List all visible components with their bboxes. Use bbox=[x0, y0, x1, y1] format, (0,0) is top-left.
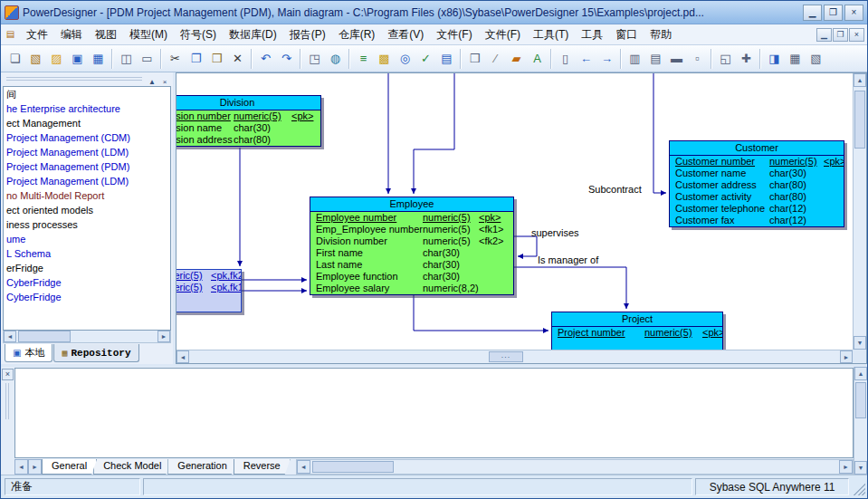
tree-item-1[interactable]: he Enterprise architecture bbox=[4, 101, 170, 116]
tree-item-10[interactable]: ume bbox=[4, 232, 170, 246]
diagram-viewport[interactable]: DivisionDivision numbernumeric(5)<pk>Div… bbox=[176, 73, 853, 350]
scroll-thumb[interactable]: ∙∙∙ bbox=[489, 351, 523, 362]
scroll-left-button[interactable]: ◄ bbox=[297, 460, 310, 474]
menu-item-5[interactable]: 数据库(D) bbox=[223, 24, 283, 45]
table-customer[interactable]: CustomerCustomer numbernumeric(5)<pk>Cus… bbox=[669, 140, 844, 227]
menu-item-6[interactable]: 报告(P) bbox=[283, 24, 332, 45]
relationship-label-is-manager-of[interactable]: Is manager of bbox=[538, 254, 598, 265]
maximize-button[interactable]: ❐ bbox=[824, 5, 843, 21]
print-button[interactable]: ▭ bbox=[137, 49, 157, 69]
copy-button[interactable]: ❐ bbox=[186, 49, 206, 69]
table-employee[interactable]: EmployeeEmployee numbernumeric(5)<pk>Emp… bbox=[310, 197, 514, 295]
tabs-scroll-left-button[interactable]: ◄ bbox=[14, 459, 28, 475]
menu-item-7[interactable]: 仓库(R) bbox=[332, 24, 382, 45]
scroll-thumb[interactable] bbox=[855, 382, 866, 418]
table-project[interactable]: ProjectProject numbernumeric(5)<pk> bbox=[551, 312, 723, 350]
diagram-vscrollbar[interactable]: ▲ ▼ bbox=[853, 73, 866, 350]
new-button[interactable]: ❏ bbox=[5, 49, 25, 69]
save-all-button[interactable]: ▦ bbox=[88, 49, 109, 69]
scroll-left-button[interactable]: ◄ bbox=[176, 350, 189, 363]
tile-windows-button[interactable]: ▦ bbox=[785, 49, 806, 69]
tree-item-0[interactable]: 间 bbox=[4, 87, 170, 101]
check-model-button[interactable]: ✓ bbox=[415, 49, 436, 69]
find-objects-button[interactable]: ◎ bbox=[395, 49, 415, 69]
show-symbols-button[interactable]: ◨ bbox=[764, 49, 785, 69]
browser-toggle-button[interactable]: ▥ bbox=[625, 49, 645, 69]
relationship-label-supervises[interactable]: supervises bbox=[531, 227, 579, 238]
output-tab-reverse[interactable]: Reverse bbox=[234, 459, 291, 475]
paste-button[interactable]: ❒ bbox=[206, 49, 227, 69]
previous-diagram-button[interactable]: ← bbox=[576, 49, 596, 69]
open-button[interactable]: ▨ bbox=[46, 49, 67, 69]
tree-item-8[interactable]: ect oriented models bbox=[4, 203, 170, 217]
generate-database-button[interactable]: ❒ bbox=[464, 49, 485, 69]
mdi-minimize-button[interactable]: ▁ bbox=[816, 28, 832, 42]
delete-button[interactable]: ✕ bbox=[227, 49, 248, 69]
scroll-thumb[interactable] bbox=[18, 331, 71, 342]
tabs-scroll-right-button[interactable]: ► bbox=[28, 459, 42, 475]
insert-model-button[interactable]: ◳ bbox=[304, 49, 325, 69]
pan-button[interactable]: ✚ bbox=[736, 49, 757, 69]
tree-item-5[interactable]: Project Management (PDM) bbox=[4, 159, 170, 174]
tree-item-12[interactable]: erFridge bbox=[4, 261, 170, 275]
browser-hscrollbar[interactable]: ◄ ► bbox=[3, 331, 171, 343]
diagram-hscrollbar[interactable]: ◄ ∙∙∙ ► bbox=[176, 350, 853, 363]
tree-item-6[interactable]: Project Management (LDM) bbox=[4, 174, 170, 188]
output-toggle-button[interactable]: ▬ bbox=[666, 49, 687, 69]
tree-item-3[interactable]: Project Management (CDM) bbox=[4, 130, 170, 145]
redo-button[interactable]: ↷ bbox=[276, 49, 297, 69]
tree-item-2[interactable]: ect Management bbox=[4, 116, 170, 130]
scroll-thumb[interactable] bbox=[854, 91, 865, 149]
menu-item-9[interactable]: 文件(F) bbox=[430, 24, 478, 45]
output-tab-generation[interactable]: Generation bbox=[167, 459, 236, 475]
tree-item-14[interactable]: CyberFridge bbox=[4, 290, 170, 304]
tree-item-11[interactable]: L Schema bbox=[4, 246, 170, 261]
resize-grip[interactable] bbox=[852, 478, 865, 495]
palette-toggle-button[interactable]: ▫ bbox=[687, 49, 708, 69]
tree-item-13[interactable]: CyberFridge bbox=[4, 275, 170, 290]
brush-tool-button[interactable]: ▰ bbox=[506, 49, 527, 69]
cut-button[interactable]: ✂ bbox=[165, 49, 186, 69]
relationship-label-subcontract[interactable]: Subcontract bbox=[588, 184, 642, 195]
cascade-windows-button[interactable]: ▧ bbox=[806, 49, 826, 69]
menu-item-10[interactable]: 文件(F) bbox=[479, 24, 527, 45]
menu-item-14[interactable]: 帮助 bbox=[644, 24, 678, 45]
tree-item-7[interactable]: no Multi-Model Report bbox=[4, 188, 170, 203]
browser-tab-local[interactable]: ▣本地 bbox=[5, 344, 52, 362]
menu-item-2[interactable]: 视图 bbox=[89, 24, 123, 45]
mdi-close-button[interactable]: × bbox=[849, 28, 864, 42]
output-hscrollbar[interactable]: ◄ ► bbox=[296, 459, 854, 475]
add-object-button[interactable]: ▩ bbox=[374, 49, 395, 69]
table-division[interactable]: DivisionDivision numbernumeric(5)<pk>Div… bbox=[176, 95, 321, 147]
tree-item-4[interactable]: Project Management (LDM) bbox=[4, 145, 170, 159]
print-preview-button[interactable]: ◫ bbox=[116, 49, 137, 69]
save-button[interactable]: ▣ bbox=[67, 49, 88, 69]
output-grip[interactable] bbox=[5, 383, 10, 419]
scroll-right-button[interactable]: ► bbox=[840, 350, 853, 363]
undo-button[interactable]: ↶ bbox=[255, 49, 276, 69]
output-tab-general[interactable]: General bbox=[42, 459, 97, 475]
menu-item-12[interactable]: 工具 bbox=[575, 24, 609, 45]
scroll-down-button[interactable]: ▼ bbox=[854, 461, 867, 475]
output-vscrollbar[interactable]: ▲ ▼ bbox=[854, 367, 867, 475]
browser-tab-repository[interactable]: ▦Repository bbox=[53, 344, 138, 362]
tree-item-9[interactable]: iness processes bbox=[4, 217, 170, 232]
web-publish-button[interactable]: ◍ bbox=[325, 49, 346, 69]
menu-item-4[interactable]: 符号(S) bbox=[174, 24, 223, 45]
next-diagram-button[interactable]: → bbox=[596, 49, 617, 69]
line-tool-button[interactable]: ∕ bbox=[485, 49, 506, 69]
close-button[interactable]: × bbox=[844, 5, 863, 21]
open-workspace-button[interactable]: ▧ bbox=[25, 49, 46, 69]
scroll-up-button[interactable]: ▲ bbox=[854, 367, 867, 380]
scroll-down-button[interactable]: ▼ bbox=[854, 336, 866, 350]
menu-item-0[interactable]: 文件 bbox=[20, 24, 54, 45]
scroll-track[interactable] bbox=[854, 87, 866, 336]
menu-item-3[interactable]: 模型(M) bbox=[123, 24, 174, 45]
menu-item-13[interactable]: 窗口 bbox=[609, 24, 644, 45]
scroll-track[interactable]: ∙∙∙ bbox=[189, 350, 840, 363]
scroll-track[interactable] bbox=[854, 380, 867, 461]
menu-item-1[interactable]: 编辑 bbox=[54, 24, 89, 45]
object-list-button[interactable]: ≡ bbox=[353, 49, 374, 69]
table-member-clipped[interactable]: numeric(5)<pk,fk2>numeric(5)<pk,fk1> bbox=[176, 269, 242, 312]
output-content[interactable] bbox=[14, 368, 854, 458]
